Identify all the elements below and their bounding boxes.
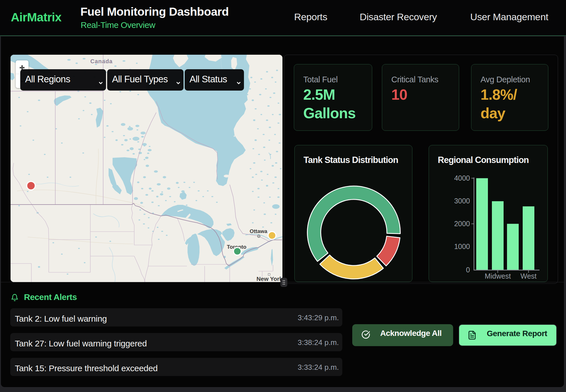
svg-text:Ottawa: Ottawa: [250, 228, 267, 234]
svg-text:Midwest: Midwest: [485, 272, 511, 280]
svg-text:West: West: [520, 272, 537, 280]
svg-text:Canada: Canada: [90, 58, 113, 64]
svg-text:New York: New York: [256, 275, 282, 282]
svg-text:1000: 1000: [454, 242, 470, 250]
svg-text:0: 0: [466, 266, 470, 274]
svg-text:2000: 2000: [454, 220, 470, 228]
svg-text:4000: 4000: [454, 174, 470, 182]
svg-text:3000: 3000: [454, 197, 470, 205]
